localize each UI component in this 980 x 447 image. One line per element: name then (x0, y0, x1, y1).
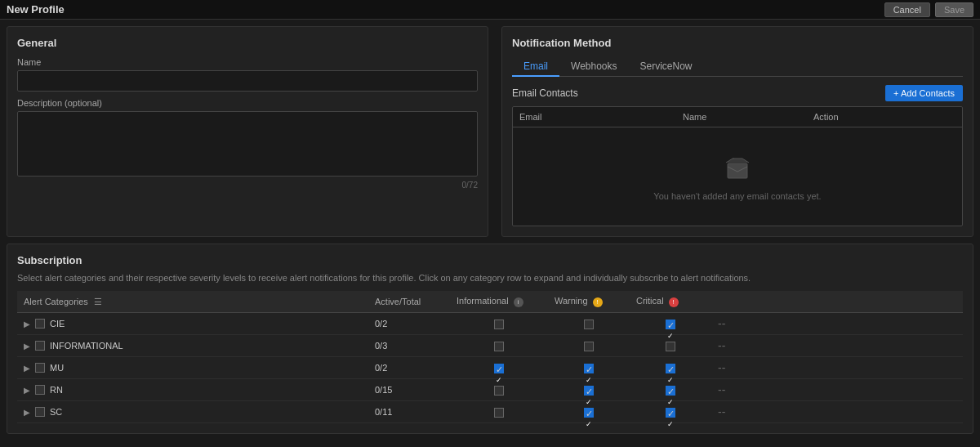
row-menu-button[interactable]: -- (718, 339, 725, 352)
tab-email[interactable]: Email (512, 57, 559, 77)
info-checkbox[interactable]: ✓ (494, 364, 504, 373)
notification-tabs: Email Webhooks ServiceNow (512, 57, 963, 77)
table-row: ▶ SC 0/11 ✓ ✓ -- (17, 401, 963, 423)
critical-checkbox-cell: ✓ (630, 357, 711, 379)
category-name: INFORMATIONAL (50, 341, 123, 351)
expand-button[interactable]: ▶ (24, 342, 30, 351)
row-checkbox[interactable] (35, 385, 45, 395)
row-checkbox[interactable] (35, 319, 45, 329)
name-input[interactable] (17, 70, 478, 92)
category-cell: ▶ RN (17, 379, 368, 401)
active-total-cell: 0/15 (368, 379, 450, 401)
info-checkbox-cell: ✓ (450, 357, 548, 379)
notification-title: Notification Method (512, 37, 963, 49)
info-checkbox-cell (450, 335, 548, 357)
category-name: CIE (50, 319, 65, 329)
row-checkbox[interactable] (35, 407, 45, 417)
category-name: MU (50, 363, 64, 373)
row-menu-button[interactable]: -- (718, 361, 725, 374)
category-cell: ▶ CIE (17, 313, 368, 335)
add-contacts-button[interactable]: + Add Contacts (885, 85, 963, 101)
table-row: ▶ RN 0/15 ✓ ✓ -- (17, 379, 963, 401)
filter-icon[interactable]: ☰ (94, 297, 102, 306)
cancel-button[interactable]: Cancel (884, 2, 930, 17)
email-contacts-header: Email Contacts + Add Contacts (512, 85, 963, 101)
name-label: Name (17, 57, 478, 67)
row-checkbox[interactable] (35, 341, 45, 351)
row-menu-button[interactable]: -- (718, 317, 725, 330)
info-checkbox[interactable] (494, 342, 504, 351)
warning-checkbox[interactable] (584, 320, 594, 329)
contacts-empty-state: You haven't added any email contacts yet… (513, 127, 962, 226)
table-row: ▶ CIE 0/2 ✓ -- (17, 313, 963, 335)
col-warning-header: Warning ! (548, 291, 630, 313)
category-cell: ▶ SC (17, 401, 368, 423)
empty-box-icon (721, 152, 754, 185)
expand-button[interactable]: ▶ (24, 320, 30, 329)
category-cell: ▶ MU (17, 357, 368, 379)
top-bar: New Profile Cancel Save (0, 0, 980, 20)
category-name: SC (50, 407, 62, 417)
row-checkbox[interactable] (35, 363, 45, 373)
col-email-header: Email (519, 112, 683, 122)
contacts-table-header: Email Name Action (513, 107, 962, 127)
critical-checkbox[interactable]: ✓ (666, 320, 675, 329)
warning-checkbox[interactable]: ✓ (584, 386, 594, 396)
warning-checkbox[interactable]: ✓ (584, 364, 594, 373)
col-categories-header: Alert Categories ☰ (17, 291, 368, 313)
info-badge: i (514, 297, 523, 307)
notification-panel: Notification Method Email Webhooks Servi… (501, 26, 973, 237)
page-title: New Profile (7, 3, 65, 16)
table-row: ▶ INFORMATIONAL 0/3 -- (17, 335, 963, 357)
top-bar-actions: Cancel Save (884, 2, 973, 17)
email-contacts-title: Email Contacts (512, 87, 578, 99)
expand-button[interactable]: ▶ (24, 386, 30, 395)
table-row: ▶ MU 0/2 ✓ ✓ ✓ -- (17, 357, 963, 379)
col-active-header: Active/Total (368, 291, 450, 313)
col-name-header: Name (683, 112, 813, 122)
tab-webhooks[interactable]: Webhooks (559, 57, 628, 77)
warning-checkbox-cell (548, 335, 630, 357)
subscription-table-header-row: Alert Categories ☰ Active/Total Informat… (17, 291, 963, 313)
row-actions-cell: -- (711, 379, 963, 401)
critical-checkbox[interactable]: ✓ (666, 386, 675, 396)
row-menu-button[interactable]: -- (718, 405, 725, 418)
warning-checkbox[interactable] (584, 342, 594, 351)
critical-badge: ! (669, 297, 679, 307)
row-menu-button[interactable]: -- (718, 383, 725, 396)
row-actions-cell: -- (711, 335, 963, 357)
subscription-desc: Select alert categories and their respec… (17, 273, 963, 283)
category-cell: ▶ INFORMATIONAL (17, 335, 368, 357)
general-panel: General Name Description (optional) 0/72 (7, 26, 488, 237)
col-action-header: Action (813, 112, 956, 122)
info-checkbox-cell (450, 401, 548, 423)
critical-checkbox[interactable]: ✓ (666, 364, 675, 373)
warning-checkbox-cell: ✓ (548, 357, 630, 379)
info-checkbox-cell (450, 313, 548, 335)
info-checkbox[interactable] (494, 408, 504, 418)
col-critical-header: Critical ! (630, 291, 711, 313)
empty-message: You haven't added any email contacts yet… (653, 191, 821, 201)
category-name: RN (50, 385, 63, 395)
subscription-table: Alert Categories ☰ Active/Total Informat… (17, 291, 963, 423)
row-actions-cell: -- (711, 313, 963, 335)
critical-checkbox-cell: ✓ (630, 313, 711, 335)
warning-badge: ! (593, 297, 603, 307)
save-button[interactable]: Save (935, 2, 973, 17)
svg-rect-0 (728, 163, 747, 178)
info-checkbox[interactable] (494, 320, 504, 329)
contacts-table: Email Name Action You haven't added any … (512, 106, 963, 226)
subscription-title: Subscription (17, 254, 963, 266)
critical-checkbox[interactable]: ✓ (666, 408, 675, 418)
expand-button[interactable]: ▶ (24, 408, 30, 417)
active-total-cell: 0/3 (368, 335, 450, 357)
info-checkbox[interactable] (494, 386, 504, 396)
warning-checkbox[interactable]: ✓ (584, 408, 594, 418)
description-input[interactable] (17, 111, 478, 177)
col-info-header: Informational i (450, 291, 548, 313)
expand-button[interactable]: ▶ (24, 364, 30, 373)
top-section: General Name Description (optional) 0/72… (0, 20, 980, 237)
general-title: General (17, 37, 478, 49)
tab-servicenow[interactable]: ServiceNow (629, 57, 704, 77)
critical-checkbox[interactable] (666, 342, 675, 351)
